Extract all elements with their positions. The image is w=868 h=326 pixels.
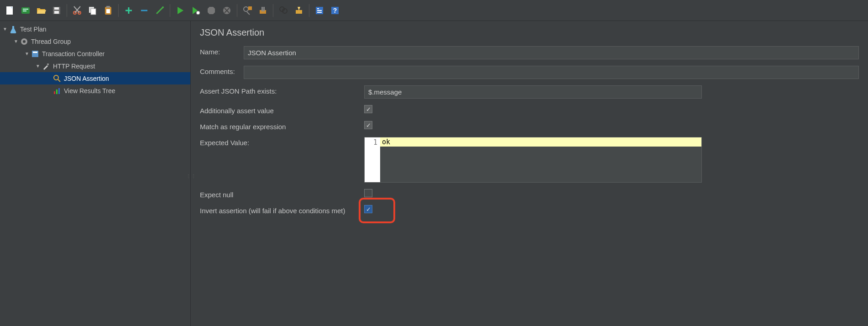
tree-item-http-request[interactable]: ▼HTTP Request — [0, 60, 190, 72]
svg-rect-4 — [23, 11, 26, 11]
svg-rect-51 — [56, 89, 58, 94]
open-icon[interactable] — [34, 3, 48, 18]
tree-item-thread-group[interactable]: ▼Thread Group — [0, 35, 190, 47]
name-input[interactable] — [244, 46, 859, 59]
svg-rect-52 — [58, 88, 60, 94]
copy-icon[interactable] — [85, 3, 100, 18]
comments-input[interactable] — [244, 66, 859, 79]
svg-rect-47 — [47, 63, 49, 65]
expand-icon[interactable] — [121, 3, 136, 18]
clear-all-icon[interactable] — [256, 3, 270, 18]
name-label: Name: — [200, 46, 244, 56]
tree-label: Thread Group — [31, 38, 71, 45]
svg-text:?: ? — [333, 7, 337, 14]
tree-label: HTTP Request — [53, 63, 95, 70]
editor-line[interactable]: ok — [380, 137, 701, 147]
svg-rect-36 — [296, 10, 302, 14]
svg-rect-38 — [317, 8, 319, 9]
tree-item-json-assertion[interactable]: JSON Assertion — [0, 72, 190, 84]
svg-point-24 — [196, 11, 200, 15]
shutdown-icon[interactable] — [220, 3, 234, 18]
tree-item-transaction-controller[interactable]: ▼Transaction Controller — [0, 47, 190, 60]
box-icon — [31, 50, 39, 58]
tree-label: View Results Tree — [64, 87, 115, 95]
svg-marker-25 — [208, 7, 215, 14]
svg-point-48 — [54, 75, 58, 80]
regex-label: Match as regular expression — [200, 121, 364, 131]
main-toolbar: ? — [0, 0, 868, 21]
svg-rect-50 — [54, 91, 55, 94]
svg-rect-6 — [54, 7, 59, 10]
invert-assertion-checkbox[interactable]: ✓ — [364, 205, 372, 213]
editor-body[interactable]: ok — [380, 137, 701, 182]
paste-icon[interactable] — [101, 3, 115, 18]
separator — [309, 4, 309, 17]
separator — [118, 4, 119, 17]
svg-rect-46 — [33, 52, 37, 53]
comments-label: Comments: — [200, 66, 244, 75]
expected-value-label: Expected Value: — [200, 137, 364, 147]
tree-toggle-icon[interactable] — [46, 75, 52, 82]
svg-rect-13 — [91, 9, 96, 15]
run-no-timer-icon[interactable] — [188, 3, 203, 18]
svg-line-49 — [58, 79, 60, 82]
options-icon[interactable] — [312, 3, 327, 18]
stop-icon[interactable] — [204, 3, 219, 18]
tree-toggle-icon[interactable]: ▼ — [13, 38, 19, 45]
svg-rect-3 — [23, 9, 28, 10]
svg-rect-39 — [317, 10, 322, 11]
tree-toggle-icon[interactable] — [46, 88, 52, 94]
gear-icon — [20, 37, 28, 46]
save-icon[interactable] — [49, 3, 64, 18]
svg-rect-33 — [263, 7, 265, 11]
svg-rect-16 — [106, 9, 110, 13]
regex-checkbox[interactable]: ✓ — [364, 121, 372, 129]
tree-toggle-icon[interactable]: ▼ — [24, 51, 30, 57]
search-icon[interactable] — [276, 3, 291, 18]
run-icon[interactable] — [173, 3, 188, 18]
collapse-icon[interactable] — [137, 3, 152, 18]
svg-point-29 — [244, 7, 248, 11]
function-helper-icon[interactable] — [292, 3, 306, 18]
svg-rect-7 — [54, 11, 59, 14]
svg-point-21 — [162, 6, 164, 8]
tree-label: JSON Assertion — [64, 75, 109, 82]
toggle-icon[interactable] — [152, 3, 167, 18]
assert-value-checkbox[interactable]: ✓ — [364, 105, 372, 113]
svg-rect-32 — [261, 7, 263, 11]
editor-gutter: 1 — [365, 137, 380, 182]
json-path-label: Assert JSON Path exists: — [200, 85, 364, 95]
tree-label: Test Plan — [20, 26, 47, 33]
svg-rect-30 — [248, 6, 252, 10]
splitter-handle[interactable]: ⋮⋮ — [186, 174, 196, 179]
new-file-icon[interactable] — [3, 3, 17, 18]
invert-assertion-label: Invert assertion (will fail if above con… — [200, 205, 364, 215]
tree-item-view-results-tree[interactable]: View Results Tree — [0, 84, 190, 97]
flask-icon — [9, 25, 17, 33]
tree-label: Transaction Controller — [42, 50, 105, 58]
tree-panel[interactable]: ▼Test Plan▼Thread Group▼Transaction Cont… — [0, 21, 191, 326]
tree-item-test-plan[interactable]: ▼Test Plan — [0, 23, 190, 35]
expect-null-checkbox[interactable]: ✓ — [364, 189, 372, 197]
chart-icon — [53, 87, 61, 95]
tree-toggle-icon[interactable]: ▼ — [2, 26, 8, 32]
separator — [67, 4, 67, 17]
help-icon[interactable]: ? — [328, 3, 342, 18]
tree-toggle-icon[interactable]: ▼ — [35, 63, 41, 69]
svg-marker-22 — [178, 7, 183, 14]
expected-value-editor[interactable]: 1 ok — [364, 137, 702, 183]
content-panel: ⋮⋮ JSON Assertion Name: Comments: Assert… — [191, 21, 868, 326]
clear-icon[interactable] — [240, 3, 255, 18]
svg-rect-15 — [106, 6, 110, 8]
separator — [237, 4, 237, 17]
templates-icon[interactable] — [18, 3, 33, 18]
json-path-input[interactable] — [364, 85, 702, 99]
magnifier-icon — [53, 74, 61, 83]
panel-title: JSON Assertion — [200, 27, 859, 38]
cut-icon[interactable] — [70, 3, 84, 18]
svg-rect-40 — [317, 12, 322, 13]
dropper-icon — [42, 62, 50, 70]
separator — [273, 4, 273, 17]
svg-point-44 — [23, 40, 26, 43]
svg-line-20 — [157, 7, 163, 14]
